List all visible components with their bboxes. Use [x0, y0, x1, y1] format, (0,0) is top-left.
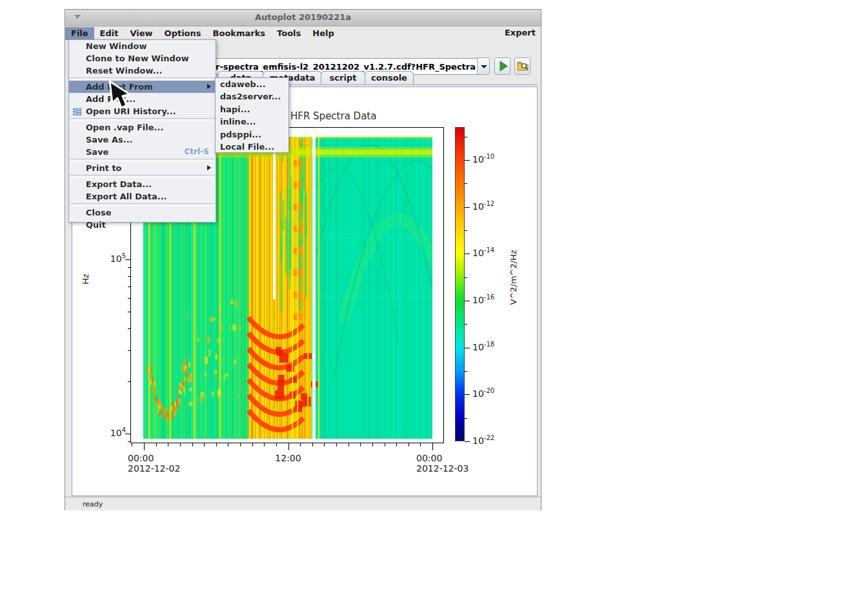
- file-menu-item-add-plot[interactable]: Add Plot...: [69, 93, 216, 105]
- file-menu-item-save-as[interactable]: Save As...: [69, 134, 216, 146]
- x-tick-label: 00:00: [128, 453, 186, 463]
- minimize-button[interactable]: [487, 10, 501, 25]
- y-tick-label: 104: [100, 426, 126, 438]
- menubar-item-view[interactable]: View: [124, 27, 158, 40]
- tick-mark: [360, 443, 361, 446]
- expert-mode-label[interactable]: Expert: [505, 28, 536, 37]
- menu-bar: FileEditViewOptionsBookmarksToolsHelp Ex…: [65, 26, 541, 40]
- menu-separator: [70, 77, 215, 80]
- submenu-item-inline[interactable]: inline...: [216, 115, 288, 128]
- colorbar-tick-label: 10-12: [472, 200, 511, 212]
- y-tick-label: 105: [100, 252, 126, 264]
- tick-mark: [128, 298, 130, 299]
- status-bar: ready: [65, 497, 541, 510]
- tick-mark: [465, 183, 467, 184]
- file-menu-item-reset-window[interactable]: Reset Window...: [69, 65, 216, 77]
- tick-mark: [432, 443, 433, 450]
- menubar-item-tools[interactable]: Tools: [271, 27, 307, 40]
- tick-mark: [465, 441, 470, 442]
- x-date-label: 2012-12-02: [128, 463, 192, 474]
- tick-mark: [204, 443, 205, 446]
- tick-mark: [125, 434, 130, 434]
- file-menu-item-new-window[interactable]: New Window: [69, 40, 216, 52]
- menubar-item-options[interactable]: Options: [159, 27, 207, 40]
- tick-mark: [372, 443, 373, 446]
- tick-mark: [420, 443, 421, 446]
- tab-script[interactable]: script: [321, 71, 365, 85]
- uri-dropdown-button[interactable]: [477, 57, 490, 75]
- tick-mark: [300, 443, 301, 446]
- x-tick-label: 12:00: [274, 453, 303, 463]
- tick-mark: [324, 443, 325, 446]
- tick-mark: [336, 443, 337, 446]
- tick-mark: [128, 267, 130, 268]
- submenu-arrow-icon: [207, 84, 211, 89]
- y-axis-label: Hz: [81, 274, 90, 285]
- tick-mark: [180, 443, 181, 446]
- tick-mark: [240, 443, 241, 446]
- file-menu-item-quit[interactable]: Quit: [69, 219, 216, 231]
- browse-file-button[interactable]: [514, 57, 530, 75]
- maximize-button[interactable]: [503, 10, 518, 25]
- menubar-item-help[interactable]: Help: [307, 27, 339, 40]
- tick-mark: [128, 286, 130, 287]
- file-menu-item-clone-to-new-window[interactable]: Clone to New Window: [69, 52, 216, 65]
- file-menu-item-open-uri-history[interactable]: Open URI History...: [69, 105, 216, 117]
- colorbar-axis-label: V^2/m^2/Hz: [509, 254, 518, 305]
- colorbar-tick-label: 10-20: [472, 387, 511, 399]
- submenu-item-local-file[interactable]: Local File...: [216, 141, 288, 153]
- file-menu-item-export-data[interactable]: Export Data...: [69, 178, 216, 190]
- tick-mark: [288, 443, 289, 450]
- tick-mark: [128, 381, 130, 382]
- file-menu-dropdown: New WindowClone to New WindowReset Windo…: [68, 39, 216, 223]
- submenu-item-das2server[interactable]: das2server...: [216, 90, 288, 103]
- tick-mark: [216, 443, 217, 446]
- colorbar[interactable]: [455, 127, 465, 441]
- x-date-label: 2012-12-03: [416, 463, 481, 474]
- colorbar-tick-label: 10-14: [472, 246, 511, 258]
- tick-mark: [465, 160, 470, 161]
- menu-separator: [70, 118, 215, 121]
- history-list-icon: [72, 107, 81, 116]
- tick-mark: [465, 418, 467, 419]
- tick-mark: [228, 443, 228, 446]
- tick-mark: [385, 443, 385, 446]
- file-menu-item-open-vap-file[interactable]: Open .vap File...: [69, 121, 216, 134]
- menu-separator: [70, 175, 215, 177]
- tick-mark: [264, 443, 265, 446]
- submenu-item-hapi[interactable]: hapi...: [216, 103, 288, 115]
- mouse-cursor-icon: [105, 80, 134, 114]
- tick-mark: [128, 276, 130, 277]
- menubar-item-edit[interactable]: Edit: [94, 27, 125, 40]
- menubar-item-bookmarks[interactable]: Bookmarks: [207, 27, 272, 40]
- tick-mark: [465, 324, 467, 325]
- add-plot-from-submenu: cdaweb...das2server...hapi...inline...pd…: [215, 77, 289, 153]
- menu-separator: [70, 159, 215, 161]
- tab-console[interactable]: console: [365, 71, 414, 85]
- file-menu-item-print-to[interactable]: Print to: [69, 162, 216, 174]
- submenu-item-cdaweb[interactable]: cdaweb...: [216, 78, 288, 90]
- tick-mark: [465, 137, 467, 137]
- tick-mark: [156, 443, 157, 446]
- menu-separator: [70, 203, 215, 206]
- submenu-arrow-icon: [207, 165, 211, 170]
- tick-mark: [465, 254, 470, 254]
- tick-mark: [128, 328, 130, 329]
- colorbar-tick-label: 10-16: [472, 294, 511, 305]
- tick-mark: [168, 443, 168, 446]
- menubar-item-file[interactable]: File: [65, 27, 94, 40]
- tick-mark: [125, 259, 130, 260]
- status-text: ready: [83, 500, 103, 508]
- tick-mark: [396, 443, 397, 446]
- file-menu-item-save[interactable]: SaveCtrl-S: [69, 146, 216, 158]
- title-bar[interactable]: Autoplot 20190221a: [65, 10, 541, 26]
- close-button[interactable]: [521, 10, 535, 25]
- file-menu-item-export-all-data[interactable]: Export All Data...: [69, 190, 216, 203]
- go-plot-button[interactable]: [494, 57, 510, 75]
- tick-mark: [252, 443, 253, 446]
- window-title: Autoplot 20190221a: [65, 12, 541, 22]
- play-icon: [496, 59, 510, 74]
- file-menu-item-add-plot-from[interactable]: Add Plot From: [69, 81, 216, 93]
- submenu-item-pdsppi[interactable]: pdsppi...: [216, 128, 288, 141]
- file-menu-item-close[interactable]: Close: [69, 206, 216, 219]
